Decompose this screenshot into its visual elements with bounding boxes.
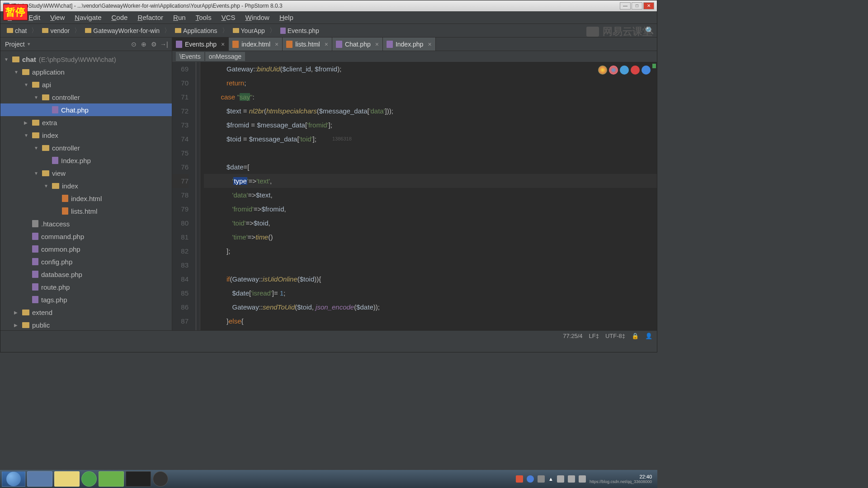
- file-encoding[interactable]: UTF-8‡: [605, 333, 625, 339]
- tree-item-config-php[interactable]: config.php: [0, 255, 172, 268]
- tree-item-command-php[interactable]: command.php: [0, 230, 172, 243]
- code-line[interactable]: if(Gateway::isUidOnline($toid)){: [204, 272, 657, 286]
- breadcrumb-item[interactable]: YourApp: [229, 26, 269, 35]
- code-line[interactable]: return;: [204, 76, 657, 90]
- chevron-down-icon[interactable]: ▾: [28, 41, 30, 47]
- locate-icon[interactable]: ⊕: [140, 41, 147, 48]
- html-file-icon: [232, 41, 239, 48]
- code-line[interactable]: 'fromid'=>$fromid,: [204, 202, 657, 216]
- tab-close-icon[interactable]: ×: [325, 41, 328, 48]
- code-line[interactable]: 'toid'=>$toid,: [204, 216, 657, 230]
- tree-item-index[interactable]: ▼index: [0, 179, 172, 192]
- close-button[interactable]: ✕: [643, 2, 654, 9]
- breadcrumb-item[interactable]: Events.php: [277, 26, 323, 35]
- menu-window[interactable]: Window: [241, 12, 274, 23]
- code-content[interactable]: Gateway::bindUid($client_id, $fromid); r…: [200, 62, 657, 330]
- code-line[interactable]: 'type'=>'text',: [204, 174, 657, 188]
- tree-item-Index-php[interactable]: Index.php: [0, 154, 172, 167]
- tree-item-lists-html[interactable]: lists.html: [0, 205, 172, 217]
- tree-item-extra[interactable]: ▶extra: [0, 116, 172, 129]
- code-line[interactable]: $text = nl2br(htmlspecialchars($message_…: [204, 104, 657, 118]
- tree-item-controller[interactable]: ▼controller: [0, 91, 172, 103]
- line-number: 73: [172, 118, 189, 132]
- menu-tools[interactable]: Tools: [191, 12, 216, 23]
- code-line[interactable]: }else{: [204, 314, 657, 328]
- line-separator[interactable]: LF‡: [589, 333, 599, 339]
- tree-item-api[interactable]: ▼api: [0, 78, 172, 91]
- code-line[interactable]: [204, 146, 657, 160]
- project-sidebar: Project ▾ ⊙ ⊕ ⚙ →| ▼ chat (E:\phpStudy\W…: [0, 38, 172, 330]
- tree-item-index-html[interactable]: index.html: [0, 192, 172, 205]
- tree-item-extend[interactable]: ▶extend: [0, 306, 172, 319]
- folder-icon: [7, 28, 13, 33]
- tab-index-html[interactable]: index.html×: [229, 38, 283, 51]
- lock-icon[interactable]: 🔒: [632, 333, 639, 339]
- project-tree[interactable]: ▼ chat (E:\phpStudy\WWW\chat) ▼applicati…: [0, 51, 172, 330]
- code-line[interactable]: $fromid = $message_data['fromid'];: [204, 118, 657, 132]
- code-line[interactable]: Gateway::sendToUid($toid, json_encode($d…: [204, 300, 657, 314]
- html-file-icon: [62, 207, 68, 215]
- tab-lists-html[interactable]: lists.html×: [283, 38, 332, 51]
- code-area[interactable]: 69707172737475767778798081828384858687 G…: [172, 62, 657, 330]
- breadcrumb-item[interactable]: vendor: [38, 26, 73, 35]
- menu-view[interactable]: View: [46, 12, 69, 23]
- minimize-button[interactable]: —: [620, 2, 631, 9]
- folder-icon: [22, 69, 29, 75]
- html-file-icon: [62, 195, 68, 202]
- tree-root[interactable]: ▼ chat (E:\phpStudy\WWW\chat): [0, 53, 172, 66]
- editor-tabs: Events.php×index.html×lists.html×Chat.ph…: [172, 38, 657, 51]
- breadcrumb-item[interactable]: chat: [3, 26, 30, 35]
- code-line[interactable]: 'data'=>$text,: [204, 188, 657, 202]
- code-line[interactable]: $date['isread']= 1;: [204, 286, 657, 300]
- hide-icon[interactable]: →|: [160, 41, 167, 48]
- code-line[interactable]: 'time'=>time(): [204, 230, 657, 244]
- tab-Index-php[interactable]: Index.php×: [383, 38, 436, 51]
- menu-code[interactable]: Code: [107, 12, 132, 23]
- tree-item-route-php[interactable]: route.php: [0, 281, 172, 293]
- tree-item--htaccess[interactable]: .htaccess: [0, 217, 172, 230]
- tree-item-public[interactable]: ▶public: [0, 319, 172, 330]
- fold-gutter[interactable]: [193, 62, 200, 330]
- tree-item-index[interactable]: ▼index: [0, 129, 172, 141]
- php-file-icon: [52, 106, 58, 113]
- tab-Chat-php[interactable]: Chat.php×: [332, 38, 383, 51]
- php-file-icon: [32, 271, 38, 278]
- breadcrumb-item[interactable]: Applications: [171, 26, 221, 35]
- tree-item-Chat-php[interactable]: Chat.php: [0, 103, 172, 116]
- monitor-icon: [586, 27, 599, 37]
- code-line[interactable]: [204, 258, 657, 272]
- tree-item-controller[interactable]: ▼controller: [0, 141, 172, 154]
- line-number: 75: [172, 146, 189, 160]
- breadcrumb-item[interactable]: GatewayWorker-for-win: [81, 26, 163, 35]
- code-line[interactable]: $toid = $message_data['toid'];: [204, 132, 657, 146]
- project-panel-title[interactable]: Project: [5, 41, 25, 48]
- tab-Events-php[interactable]: Events.php×: [172, 38, 229, 51]
- tree-item-application[interactable]: ▼application: [0, 66, 172, 78]
- menu-navigate[interactable]: Navigate: [70, 12, 106, 23]
- nav-path: \EventsonMessage: [172, 51, 657, 62]
- navpath-item[interactable]: \Events: [176, 52, 204, 61]
- hector-icon[interactable]: 👤: [645, 333, 652, 339]
- tree-item-database-php[interactable]: database.php: [0, 268, 172, 281]
- tab-close-icon[interactable]: ×: [428, 41, 431, 48]
- code-line[interactable]: ];: [204, 244, 657, 258]
- menu-run[interactable]: Run: [169, 12, 190, 23]
- tree-item-common-php[interactable]: common.php: [0, 243, 172, 255]
- collapse-icon[interactable]: ⊙: [130, 41, 137, 48]
- tree-item-view[interactable]: ▼view: [0, 167, 172, 179]
- php-file-icon: [32, 296, 38, 303]
- tab-close-icon[interactable]: ×: [221, 41, 225, 48]
- tree-item-tags-php[interactable]: tags.php: [0, 293, 172, 306]
- search-icon[interactable]: 🔍: [645, 26, 654, 35]
- menu-refactor[interactable]: Refactor: [133, 12, 168, 23]
- tab-close-icon[interactable]: ×: [375, 41, 379, 48]
- tab-close-icon[interactable]: ×: [275, 41, 278, 48]
- code-line[interactable]: $date=[: [204, 160, 657, 174]
- menu-help[interactable]: Help: [275, 12, 298, 23]
- gear-icon[interactable]: ⚙: [150, 41, 157, 48]
- code-line[interactable]: Gateway::bindUid($client_id, $fromid);: [204, 62, 657, 76]
- maximize-button[interactable]: □: [632, 2, 642, 9]
- menu-vcs[interactable]: VCS: [217, 12, 240, 23]
- code-line[interactable]: case "say":: [204, 90, 657, 104]
- navpath-item[interactable]: onMessage: [205, 52, 245, 61]
